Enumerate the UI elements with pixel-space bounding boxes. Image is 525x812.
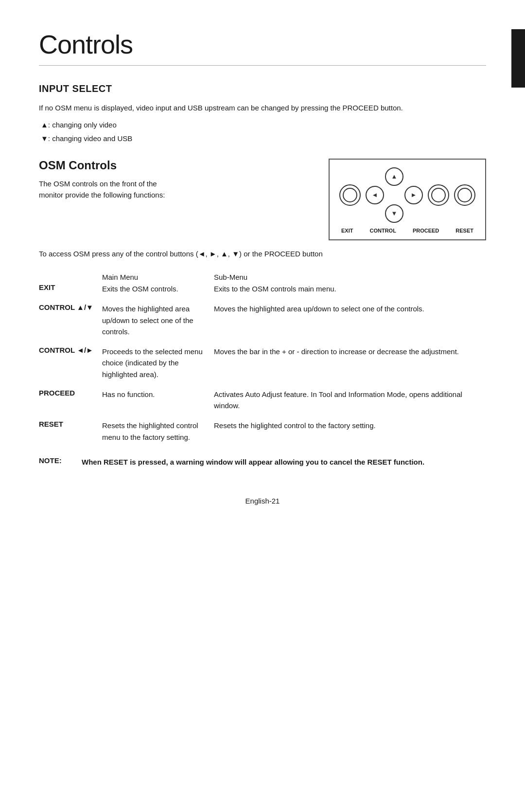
dpad-up-row: ▲ — [385, 167, 403, 186]
col-header-main: Main Menu — [102, 273, 214, 281]
col-header-sub: Sub-Menu — [214, 273, 486, 281]
bullet-video-only: ▲: changing only video — [39, 119, 486, 130]
dpad-left: ◄ — [366, 186, 384, 204]
page-title: Controls — [39, 29, 486, 59]
osm-top-row: OSM Controls The OSM controls on the fro… — [39, 159, 486, 240]
ctrl-sub-reset: Resets the higlighted control to the fac… — [214, 420, 486, 431]
ctrl-sub-control-ud: Moves the highlighted area up/down to se… — [214, 303, 486, 314]
reset-button-diagram — [454, 184, 475, 206]
dpad-down-row: ▼ — [385, 204, 403, 223]
diagram-buttons: ▲ ◄ ► ▼ — [339, 167, 475, 223]
osm-right-col: ▲ ◄ ► ▼ — [194, 159, 486, 240]
footer-text: English-21 — [245, 497, 280, 505]
input-select-section: INPUT SELECT If no OSM menu is displayed… — [39, 83, 486, 144]
access-osm-text: To access OSM press any of the control b… — [39, 248, 486, 259]
dpad-right: ► — [404, 186, 423, 204]
ctrl-main-proceed: Has no function. — [102, 389, 214, 400]
proceed-button-diagram — [428, 184, 449, 206]
ctrl-label-exit: EXIT — [39, 283, 102, 291]
control-diagram: ▲ ◄ ► ▼ — [329, 159, 486, 240]
table-row-proceed: PROCEED Has no function. Activates Auto … — [39, 389, 486, 412]
ctrl-label-control-ud: CONTROL ▲/▼ — [39, 303, 102, 311]
diagram-labels: EXIT CONTROL PROCEED RESET — [339, 228, 475, 234]
label-exit: EXIT — [341, 228, 353, 234]
title-divider — [39, 65, 486, 66]
ctrl-sub-exit: Exits to the OSM controls main menu. — [214, 283, 486, 294]
dpad-down: ▼ — [385, 204, 403, 223]
label-reset: RESET — [455, 228, 473, 234]
bullets-section: ▲: changing only video ▼: changing video… — [39, 119, 486, 144]
dpad-center-space — [385, 186, 403, 204]
note-label: NOTE: — [39, 456, 74, 465]
note-text: When RESET is pressed, a warning window … — [82, 456, 424, 468]
ctrl-label-reset: RESET — [39, 420, 102, 428]
input-select-body: If no OSM menu is displayed, video input… — [39, 102, 486, 113]
table-header-row: Main Menu Sub-Menu — [39, 273, 486, 281]
controls-table: Main Menu Sub-Menu EXIT Exits the OSM co… — [39, 273, 486, 443]
ctrl-main-control-lr: Proceeds to the selected menu choice (in… — [102, 346, 214, 380]
ctrl-main-exit: Exits the OSM controls. — [102, 283, 214, 294]
label-proceed: PROCEED — [413, 228, 439, 234]
side-tab — [511, 29, 525, 88]
reset-inner — [457, 188, 472, 202]
dpad-mid-row: ◄ ► — [366, 186, 423, 204]
ctrl-sub-control-lr: Moves the bar in the + or - direction to… — [214, 346, 486, 357]
osm-controls-section: OSM Controls The OSM controls on the fro… — [39, 159, 486, 468]
note-section: NOTE: When RESET is pressed, a warning w… — [39, 456, 486, 468]
table-row-reset: RESET Resets the highlighted control men… — [39, 420, 486, 443]
ctrl-main-reset: Resets the highlighted control menu to t… — [102, 420, 214, 443]
osm-left-col: OSM Controls The OSM controls on the fro… — [39, 159, 175, 207]
bullet-video-usb: ▼: changing video and USB — [39, 133, 486, 144]
osm-description: The OSM controls on the front of the mon… — [39, 178, 175, 201]
dpad-group: ▲ ◄ ► ▼ — [366, 167, 423, 223]
ctrl-label-control-lr: CONTROL ◄/► — [39, 346, 102, 354]
input-select-heading: INPUT SELECT — [39, 83, 486, 94]
exit-button-diagram — [339, 184, 361, 206]
table-row-control-ud: CONTROL ▲/▼ Moves the highlighted area u… — [39, 303, 486, 337]
dpad-up: ▲ — [385, 167, 403, 186]
ctrl-sub-proceed: Activates Auto Adjust feature. In Tool a… — [214, 389, 486, 412]
page-footer: English-21 — [39, 497, 486, 505]
ctrl-label-proceed: PROCEED — [39, 389, 102, 397]
table-row-exit: EXIT Exits the OSM controls. Exits to th… — [39, 283, 486, 294]
table-row-control-lr: CONTROL ◄/► Proceeds to the selected men… — [39, 346, 486, 380]
label-control: CONTROL — [369, 228, 396, 234]
ctrl-main-control-ud: Moves the highlighted area up/down to se… — [102, 303, 214, 337]
osm-heading: OSM Controls — [39, 159, 175, 172]
proceed-inner — [431, 188, 446, 202]
exit-inner — [343, 188, 357, 202]
